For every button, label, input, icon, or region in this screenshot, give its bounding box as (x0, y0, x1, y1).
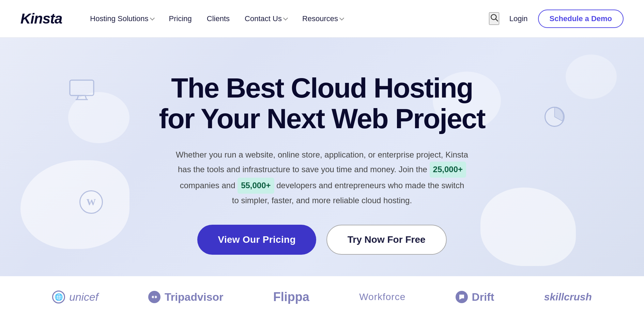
nav-item-hosting[interactable]: Hosting Solutions (82, 12, 161, 26)
chevron-down-icon (339, 16, 344, 20)
monitor-icon (68, 78, 95, 101)
developers-badge: 55,000+ (237, 178, 274, 194)
svg-line-4 (85, 95, 87, 100)
decorative-blob-3 (480, 188, 576, 266)
logo-flippa: Flippa (273, 290, 309, 304)
schedule-demo-button[interactable]: Schedule a Demo (538, 10, 624, 28)
hero-content: The Best Cloud Hosting for Your Next Web… (159, 73, 485, 255)
unicef-globe-icon: 🌐 (52, 291, 65, 303)
decorative-blob-4 (566, 55, 617, 99)
tripadvisor-icon (148, 291, 160, 303)
logo-unicef: 🌐 unicef (52, 291, 98, 303)
hero-title: The Best Cloud Hosting for Your Next Web… (159, 73, 485, 134)
nav-item-clients[interactable]: Clients (199, 12, 237, 26)
svg-rect-2 (70, 80, 94, 95)
nav-item-contact[interactable]: Contact Us (237, 12, 295, 26)
svg-text:W: W (87, 197, 96, 207)
logo-skillcrush: skillcrush (544, 291, 592, 303)
navbar: Kinsta Hosting Solutions Pricing Clients… (0, 0, 644, 38)
logo-tripadvisor: Tripadvisor (148, 291, 224, 303)
drift-icon (456, 291, 468, 303)
search-button[interactable] (489, 12, 499, 25)
logo[interactable]: Kinsta (20, 11, 62, 27)
logo-drift: Drift (456, 291, 494, 303)
nav-right: Login Schedule a Demo (489, 10, 624, 28)
hero-subtitle: Whether you run a website, online store,… (175, 148, 469, 208)
view-pricing-button[interactable]: View Our Pricing (197, 225, 316, 255)
login-link[interactable]: Login (509, 14, 528, 23)
logo-workforce: Workforce (359, 292, 405, 302)
wordpress-icon: W (78, 189, 104, 215)
chevron-down-icon (150, 16, 155, 20)
svg-line-3 (77, 95, 78, 100)
logos-bar: 🌐 unicef Tripadvisor Flippa Workforce Dr… (0, 276, 644, 312)
try-free-button[interactable]: Try Now For Free (326, 225, 447, 255)
svg-line-1 (496, 19, 498, 21)
nav-links: Hosting Solutions Pricing Clients Contac… (82, 12, 489, 26)
cta-row: View Our Pricing Try Now For Free (159, 225, 485, 255)
pie-chart-icon (543, 106, 566, 128)
nav-item-resources[interactable]: Resources (295, 12, 351, 26)
decorative-blob-1 (20, 160, 129, 249)
companies-badge: 25,000+ (430, 162, 466, 178)
chevron-down-icon (283, 16, 288, 20)
svg-marker-12 (459, 295, 464, 300)
nav-item-pricing[interactable]: Pricing (162, 12, 199, 26)
svg-point-11 (154, 296, 155, 298)
hero-section: W The Best Cloud Hosting for Your Next W… (0, 38, 644, 276)
